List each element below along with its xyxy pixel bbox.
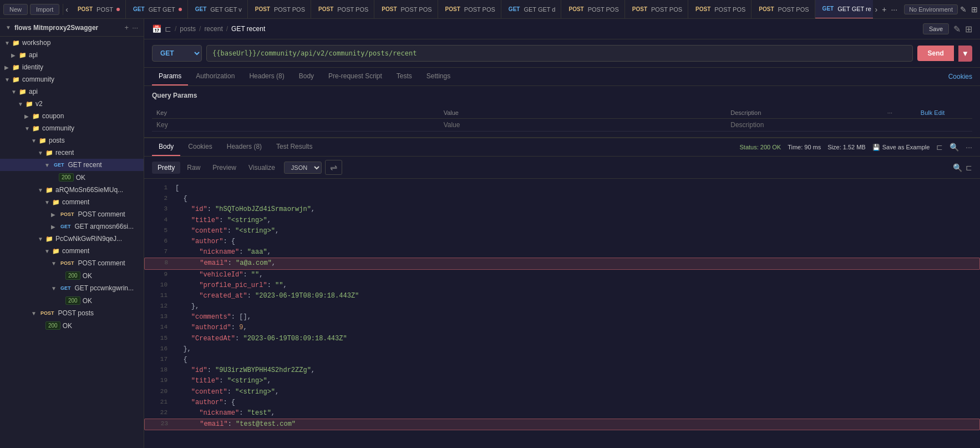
save-example-button[interactable]: 💾 Save as Example (872, 144, 930, 151)
line-content: "CreatedAt": "2023-06-19T08:09:18.443Z" (175, 334, 972, 344)
tab-get-2[interactable]: GET GET GET (126, 0, 188, 19)
tab-tests[interactable]: Tests (390, 68, 419, 85)
sidebar-item-arqmosn[interactable]: ▼ 📁 aRQMoSn66SieMUq... (0, 184, 144, 196)
save-icon: 💾 (872, 144, 880, 151)
tab-get-3[interactable]: GET GET GET v (188, 0, 248, 19)
resp-tab-body[interactable]: Body (152, 138, 180, 156)
tab-get-recent[interactable]: GET GET GET re (815, 0, 873, 19)
view-tab-raw[interactable]: Raw (181, 162, 206, 174)
sidebar-item-posts[interactable]: ▼ 📁 posts (0, 134, 144, 147)
tab-post-1[interactable]: POST POST (70, 0, 126, 19)
sidebar-item-get-recent[interactable]: ▼ GET GET recent (0, 159, 144, 171)
wrap-button[interactable]: ⇌ (325, 160, 342, 175)
layout-icon-button[interactable]: ⊞ (969, 4, 980, 15)
sidebar-item-recent[interactable]: ▼ 📁 recent (0, 147, 144, 159)
copy-body-button[interactable]: ⊏ (966, 163, 972, 172)
code-line-1: 1 [ (144, 183, 980, 194)
cookies-link[interactable]: Cookies (948, 73, 972, 80)
copy-icon[interactable]: ⊏ (165, 24, 171, 33)
sidebar-item-comment-2[interactable]: ▼ 📁 comment (0, 245, 144, 257)
sidebar-item-get-arqmosn[interactable]: ▶ GET GET arqmosn66si... (0, 220, 144, 233)
resp-tab-headers[interactable]: Headers (8) (220, 138, 268, 156)
edit-pen-icon[interactable]: ✎ (953, 23, 961, 34)
send-dropdown-button[interactable]: ▼ (958, 46, 972, 62)
sidebar-item-post-posts[interactable]: ▼ POST POST posts (0, 307, 144, 319)
sidebar-item-post-comment-2[interactable]: ▼ POST POST comment (0, 257, 144, 269)
folder-icon: 📁 (26, 100, 33, 108)
sidebar-more-button[interactable]: ··· (132, 23, 138, 32)
add-tab-button[interactable]: + (880, 4, 888, 15)
sidebar-item-comment-1[interactable]: ▼ 📁 comment (0, 196, 144, 208)
tab-authorization[interactable]: Authorization (189, 68, 241, 85)
folder-icon: 📁 (39, 137, 47, 144)
chevron-down-icon: ▼ (44, 248, 50, 254)
tab-post-10[interactable]: POST POST POS (625, 0, 688, 19)
tab-body[interactable]: Body (292, 68, 321, 85)
environment-selector[interactable]: No Environment (904, 4, 958, 14)
sidebar-add-button[interactable]: + (125, 23, 129, 32)
method-badge: POST (567, 6, 585, 13)
bulk-edit-button[interactable]: Bulk Edit (921, 109, 945, 116)
search-body-button[interactable]: 🔍 (953, 163, 962, 172)
sidebar-item-ok-4[interactable]: 200 OK (0, 319, 144, 332)
edit-icon-button[interactable]: ✎ (958, 4, 969, 15)
sidebar-item-ok-3[interactable]: 200 OK (0, 294, 144, 307)
sidebar-item-workshop[interactable]: ▼ 📁 workshop (0, 37, 144, 49)
line-number: 11 (152, 291, 167, 301)
sidebar-item-coupon[interactable]: ▶ 📁 coupon (0, 110, 144, 122)
save-button[interactable]: Save (923, 23, 949, 34)
tab-post-11[interactable]: POST POST POS (688, 0, 751, 19)
view-tab-pretty[interactable]: Pretty (152, 162, 180, 174)
layout-button[interactable]: ⊞ (965, 23, 972, 34)
tab-post-4[interactable]: POST POST POS (248, 0, 311, 19)
tab-get-8[interactable]: GET GET GET d (501, 0, 562, 19)
more-tabs-button[interactable]: ··· (888, 4, 900, 15)
sidebar-item-api[interactable]: ▶ 📁 api (0, 49, 144, 61)
resp-tab-cookies[interactable]: Cookies (181, 138, 219, 156)
sidebar-item-label: v2 (35, 100, 43, 108)
sidebar-item-get-pccwnkg[interactable]: ▼ GET GET pccwnkgwrin... (0, 282, 144, 294)
key-input[interactable] (156, 121, 435, 129)
folder-icon: 📁 (45, 187, 53, 194)
sidebar-item-ok-2[interactable]: 200 OK (0, 269, 144, 282)
view-tab-visualize[interactable]: Visualize (243, 162, 281, 174)
tab-post-5[interactable]: POST POST POS (311, 0, 374, 19)
value-input[interactable] (444, 121, 722, 129)
view-tab-preview[interactable]: Preview (207, 162, 242, 174)
tab-label: POST POS (714, 6, 745, 13)
method-selector[interactable]: GET POST PUT DELETE (152, 45, 202, 62)
tab-post-7[interactable]: POST POST POS (438, 0, 501, 19)
unsaved-dot (116, 8, 120, 11)
resp-tab-test-results[interactable]: Test Results (270, 138, 319, 156)
send-button[interactable]: Send (917, 46, 953, 61)
copy-response-button[interactable]: ⊏ (936, 143, 943, 152)
import-button[interactable]: Import (30, 4, 59, 15)
tab-params[interactable]: Params (152, 68, 188, 85)
search-response-button[interactable]: 🔍 (949, 143, 959, 152)
sidebar-item-v2[interactable]: ▼ 📁 v2 (0, 98, 144, 110)
tab-pre-request[interactable]: Pre-request Script (322, 68, 389, 85)
sidebar-item-community-api[interactable]: ▼ 📁 api (0, 85, 144, 98)
sidebar-item-pccwnkg[interactable]: ▼ 📁 PcCwNkGwRiN9qeJ... (0, 233, 144, 245)
tab-post-12[interactable]: POST POST POS (751, 0, 815, 19)
sidebar-item-post-comment-1[interactable]: ▶ POST POST comment (0, 208, 144, 220)
sidebar-item-community-sub[interactable]: ▼ 📁 community (0, 122, 144, 134)
nav-prev-button[interactable]: ‹ (63, 4, 70, 15)
url-input[interactable] (206, 45, 913, 62)
tab-post-6[interactable]: POST POST POS (374, 0, 438, 19)
tab-settings[interactable]: Settings (420, 68, 457, 85)
more-options-button[interactable]: ··· (966, 143, 972, 152)
nav-next-button[interactable]: › (873, 4, 880, 15)
description-input[interactable] (730, 121, 879, 129)
line-number: 6 (152, 236, 167, 246)
format-selector[interactable]: JSON XML HTML (284, 162, 322, 174)
new-button[interactable]: New (3, 4, 28, 15)
line-content: "id": "9U3irzWBYPHH4S2hdr2ZZg", (175, 365, 972, 376)
sidebar-item-ok-1[interactable]: 200 OK (0, 171, 144, 184)
tab-label: GET GET d (524, 6, 555, 13)
sidebar-item-community[interactable]: ▼ 📁 community (0, 73, 144, 85)
tab-post-9[interactable]: POST POST POS (561, 0, 624, 19)
tab-headers[interactable]: Headers (8) (242, 68, 291, 85)
sidebar-item-identity[interactable]: ▶ 📁 identity (0, 61, 144, 73)
calendar-icon[interactable]: 📅 (152, 24, 161, 33)
